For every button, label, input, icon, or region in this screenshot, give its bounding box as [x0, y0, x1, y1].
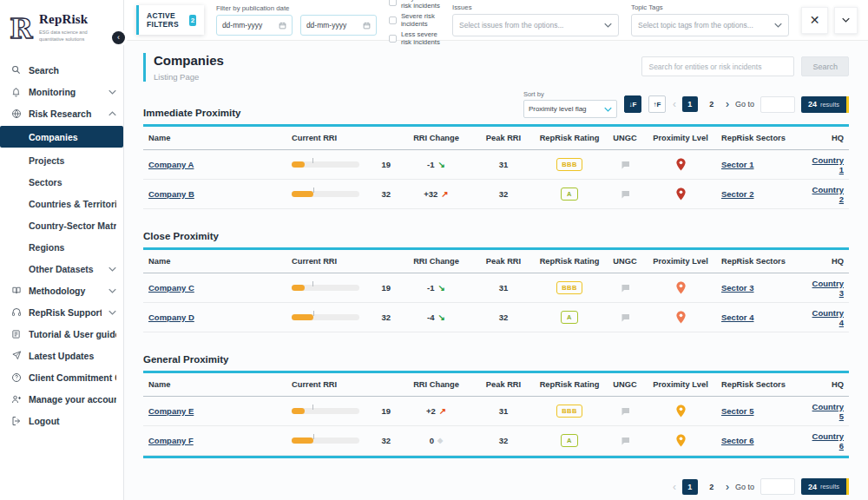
goto-page-input[interactable] — [760, 96, 795, 113]
column-header-ungc: UNGC — [605, 134, 645, 142]
sidebar-collapse-button[interactable]: ‹ — [112, 31, 125, 44]
severity-checkbox[interactable] — [389, 0, 397, 6]
sidebar-item-risk-research[interactable]: Risk Research — [0, 102, 123, 124]
chevron-down-icon — [842, 17, 850, 23]
company-link[interactable]: Company A — [148, 160, 194, 169]
sidebar-item-label: Latest Updates — [29, 351, 116, 361]
rri-change-down-icon: ↘ — [438, 160, 445, 169]
issues-select[interactable]: Select issues from the options... — [452, 14, 619, 36]
issues-label: Issues — [452, 3, 619, 11]
proximity-pin-icon — [675, 281, 687, 294]
sidebar-item-search[interactable]: Search — [0, 59, 123, 81]
sort-descending-button[interactable]: ↓F — [624, 95, 641, 113]
collapse-filters-button[interactable] — [834, 7, 858, 34]
table-row: Company D32-4↘32ASector 4Country 4 — [143, 303, 849, 332]
sidebar-item-reprisk-support[interactable]: RepRisk Support — [0, 301, 123, 323]
country-link[interactable]: Country 4 — [812, 308, 844, 327]
sidebar-item-projects[interactable]: Projects — [0, 149, 123, 171]
page-subtitle: Listing Page — [154, 72, 224, 82]
sidebar-item-methodology[interactable]: Methodology — [0, 280, 123, 301]
topic-tags-select[interactable]: Select topic tags from the options... — [631, 14, 789, 36]
chevron-down-icon — [108, 310, 116, 315]
file-icon — [10, 328, 22, 339]
sidebar-item-tutorial-user-guides[interactable]: Tutorial & User guides — [0, 323, 123, 345]
svg-text:R: R — [10, 12, 33, 43]
column-header-reprisk-sectors: RepRisk Sectors — [716, 380, 803, 389]
sector-link[interactable]: Sector 4 — [721, 312, 754, 322]
chevron-up-icon — [108, 111, 116, 116]
sidebar-item-label: Regions — [29, 242, 116, 253]
rri-change-value: -1 — [427, 283, 434, 293]
peak-rri-value: 31 — [499, 283, 509, 293]
page-prev-button[interactable]: ‹ — [673, 99, 676, 109]
sidebar-item-latest-updates[interactable]: Latest Updates — [0, 345, 123, 366]
sector-link[interactable]: Sector 2 — [721, 189, 754, 199]
page-content: Companies Listing Page Search Immediate … — [124, 41, 868, 500]
sidebar-item-monitoring[interactable]: Monitoring — [0, 81, 123, 102]
ungc-flag-icon — [620, 312, 631, 323]
goto-page-input[interactable] — [760, 478, 795, 495]
current-rri-value: 32 — [359, 312, 394, 322]
sidebar-item-regions[interactable]: Regions — [0, 236, 123, 258]
results-count-badge: 24results — [801, 478, 849, 495]
ungc-flag-icon — [620, 189, 631, 200]
country-link[interactable]: Country 2 — [812, 185, 844, 204]
column-header-hq: HQ — [803, 257, 849, 266]
company-link[interactable]: Company B — [148, 189, 194, 199]
column-header-reprisk-rating: RepRisk Rating — [534, 380, 605, 389]
table-header-row: NameCurrent RRIRRI ChangePeak RRIRepRisk… — [143, 250, 849, 273]
country-link[interactable]: Country 5 — [812, 402, 844, 421]
sidebar-item-logout[interactable]: Logout — [0, 410, 123, 431]
sector-link[interactable]: Sector 6 — [721, 436, 754, 445]
company-link[interactable]: Company C — [148, 283, 194, 293]
company-link[interactable]: Company D — [148, 312, 194, 322]
page-number-2[interactable]: 2 — [704, 479, 720, 495]
reprisk-rating-badge: BBB — [556, 281, 582, 294]
company-link[interactable]: Company E — [148, 406, 194, 416]
column-header-proximity-lvel: Proximity Lvel — [645, 134, 716, 142]
search-button[interactable]: Search — [801, 56, 849, 76]
column-header-reprisk-rating: RepRisk Rating — [534, 257, 605, 266]
date-to-input[interactable]: dd-mm-yyyy — [300, 15, 377, 36]
sidebar-item-countries-territories[interactable]: Countries & Territories — [0, 193, 123, 214]
ungc-flag-icon — [620, 283, 631, 293]
rri-change-down-icon: ↘ — [438, 312, 445, 322]
rri-change-zero-icon: ◆ — [437, 437, 443, 444]
entity-search-input[interactable] — [641, 56, 794, 76]
company-link[interactable]: Company F — [148, 436, 194, 445]
country-link[interactable]: Country 3 — [812, 279, 844, 298]
sort-by-select[interactable]: Proximity level flag — [523, 100, 617, 118]
sidebar-item-sectors[interactable]: Sectors — [0, 171, 123, 193]
sidebar-item-country-sector-matrix[interactable]: Country-Sector Matrix — [0, 214, 123, 236]
section-title: Close Proximity — [143, 231, 219, 241]
country-link[interactable]: Country 6 — [812, 431, 844, 451]
rri-change-value: +32 — [424, 189, 437, 199]
page-next-button[interactable]: › — [726, 482, 729, 492]
sector-link[interactable]: Sector 3 — [721, 283, 754, 293]
calendar-icon — [279, 22, 286, 30]
sidebar-item-other-datasets[interactable]: Other Datasets — [0, 258, 123, 280]
rri-change-value: 0 — [430, 436, 434, 445]
severity-checkbox[interactable] — [389, 16, 397, 24]
sector-link[interactable]: Sector 1 — [721, 160, 754, 169]
proximity-section: General ProximityNameCurrent RRIRRI Chan… — [143, 347, 849, 458]
active-filters-box[interactable]: ACTIVE FILTERS 2 — [136, 5, 204, 35]
page-number-1[interactable]: 1 — [682, 96, 698, 112]
page-next-button[interactable]: › — [726, 99, 729, 109]
page-number-2[interactable]: 2 — [704, 96, 720, 112]
country-link[interactable]: Country 1 — [812, 155, 844, 174]
current-rri-bar: 19 — [292, 406, 394, 416]
sort-ascending-button[interactable]: ↑F — [648, 95, 666, 113]
proximity-pin-icon — [675, 311, 687, 324]
sidebar-item-manage-your-account[interactable]: Manage your account — [0, 388, 123, 410]
reprisk-rating-badge: A — [561, 311, 578, 324]
sort-by-value: Proximity level flag — [529, 105, 587, 113]
page-number-1[interactable]: 1 — [682, 479, 698, 495]
clear-filters-button[interactable]: ✕ — [801, 7, 828, 34]
sidebar-item-client-commitment-charter[interactable]: Client Commitment Charter — [0, 366, 123, 388]
current-rri-bar: 32 — [292, 312, 394, 322]
sidebar-item-companies[interactable]: Companies — [0, 126, 123, 148]
sector-link[interactable]: Sector 5 — [721, 406, 754, 416]
date-from-input[interactable]: dd-mm-yyyy — [216, 15, 293, 36]
page-prev-button[interactable]: ‹ — [673, 482, 676, 492]
